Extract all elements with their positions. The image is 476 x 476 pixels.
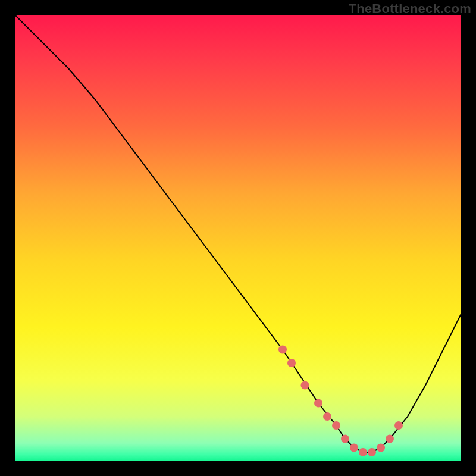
plot-area	[15, 15, 461, 461]
chart-frame: TheBottleneck.com	[0, 0, 476, 476]
gradient-background	[15, 15, 461, 461]
valley-marker	[368, 448, 376, 456]
valley-marker	[394, 421, 403, 430]
valley-marker	[332, 421, 340, 430]
valley-marker	[377, 444, 385, 452]
bottleneck-chart	[15, 15, 461, 461]
valley-marker	[287, 359, 296, 367]
valley-marker	[278, 346, 287, 354]
valley-marker	[350, 444, 358, 452]
valley-marker	[314, 399, 322, 408]
valley-marker	[301, 381, 309, 390]
watermark-text: TheBottleneck.com	[349, 1, 471, 17]
valley-marker	[359, 448, 367, 456]
valley-marker	[386, 435, 394, 443]
valley-marker	[323, 412, 331, 421]
valley-marker	[341, 435, 349, 443]
